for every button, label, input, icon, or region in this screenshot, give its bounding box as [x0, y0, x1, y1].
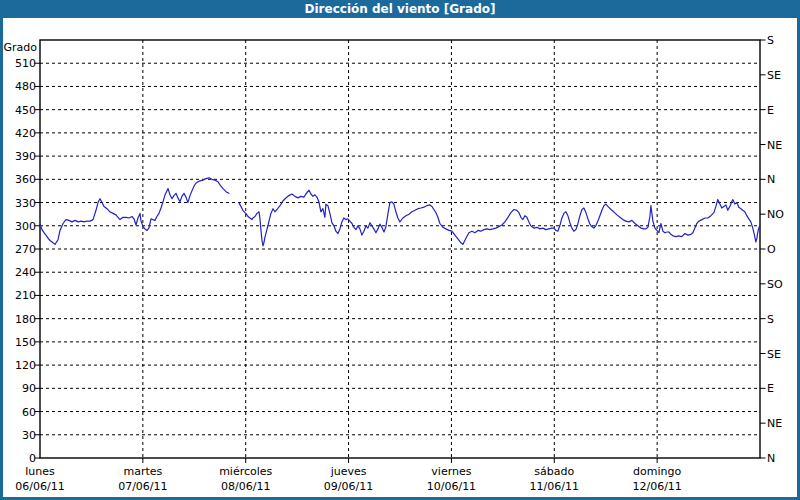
compass-label: SO — [767, 278, 783, 291]
day-name-label: miércoles — [219, 465, 272, 478]
compass-label: N — [767, 173, 775, 186]
compass-label: NE — [767, 139, 782, 152]
day-name-label: viernes — [431, 465, 471, 478]
day-name-label: sábado — [534, 465, 574, 478]
day-date-label: 07/06/11 — [118, 480, 167, 493]
day-date-label: 11/06/11 — [530, 480, 579, 493]
y-left-tick-label: 390 — [15, 150, 36, 163]
chart-window: Dirección del viento [Grado] Grado030609… — [0, 0, 800, 500]
compass-label: N — [767, 452, 775, 465]
y-left-tick-label: 180 — [15, 313, 36, 326]
y-axis-title: Grado — [4, 41, 38, 54]
y-left-tick-label: 150 — [15, 336, 36, 349]
day-name-label: martes — [123, 465, 162, 478]
y-left-tick-label: 270 — [15, 243, 36, 256]
y-left-tick-label: 210 — [15, 289, 36, 302]
compass-label: NE — [767, 417, 782, 430]
day-date-label: 12/06/11 — [632, 480, 681, 493]
day-date-label: 09/06/11 — [324, 480, 373, 493]
y-left-tick-label: 450 — [15, 104, 36, 117]
day-date-label: 06/06/11 — [15, 480, 64, 493]
day-name-label: domingo — [633, 465, 681, 478]
compass-label: S — [767, 34, 774, 47]
day-date-label: 10/06/11 — [427, 480, 476, 493]
compass-label: SE — [767, 69, 781, 82]
y-left-tick-label: 330 — [15, 197, 36, 210]
day-date-label: 08/06/11 — [221, 480, 270, 493]
day-name-label: jueves — [330, 465, 367, 478]
y-left-tick-label: 240 — [15, 266, 36, 279]
compass-label: E — [767, 382, 774, 395]
y-left-tick-label: 480 — [15, 80, 36, 93]
compass-label: E — [767, 104, 774, 117]
y-left-tick-label: 60 — [22, 406, 36, 419]
y-left-tick-label: 0 — [29, 452, 36, 465]
compass-label: O — [767, 243, 776, 256]
y-left-tick-label: 30 — [22, 429, 36, 442]
y-left-tick-label: 120 — [15, 359, 36, 372]
y-left-tick-label: 300 — [15, 220, 36, 233]
y-left-tick-label: 420 — [15, 127, 36, 140]
wind-direction-chart: Grado03060901201501802102402703003303603… — [0, 0, 800, 500]
y-left-tick-label: 510 — [15, 57, 36, 70]
day-name-label: lunes — [25, 465, 55, 478]
compass-label: SE — [767, 348, 781, 361]
compass-label: NO — [767, 208, 784, 221]
y-left-tick-label: 90 — [22, 382, 36, 395]
compass-label: S — [767, 313, 774, 326]
series-line-wind-direction — [40, 178, 760, 246]
y-left-tick-label: 360 — [15, 173, 36, 186]
